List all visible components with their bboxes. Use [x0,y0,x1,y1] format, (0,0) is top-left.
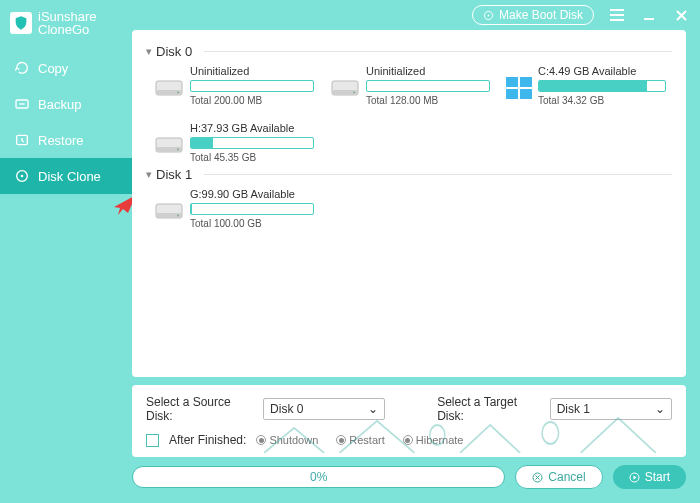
hdd-icon [154,200,184,222]
nav-copy[interactable]: Copy [0,50,132,86]
partition-item[interactable]: H:37.93 GB AvailableTotal 45.35 GB [154,122,314,163]
partition-label: Uninitialized [366,65,490,77]
make-boot-label: Make Boot Disk [499,8,583,22]
copy-icon [14,60,30,76]
partition-total: Total 34.32 GB [538,95,666,106]
partition-usage-bar [190,137,314,149]
decorative-footer [264,413,686,453]
partition-item[interactable]: UninitializedTotal 128.00 MB [330,65,490,106]
partition-total: Total 100.00 GB [190,218,314,229]
progress-value: 0% [310,470,327,484]
svg-point-18 [430,425,445,445]
hdd-icon [154,134,184,156]
cancel-icon [532,472,543,483]
partition-label: Uninitialized [190,65,314,77]
start-label: Start [645,470,670,484]
partition-label: G:99.90 GB Available [190,188,314,200]
svg-point-11 [353,92,355,94]
hdd-icon [330,77,360,99]
disk-header[interactable]: ▾Disk 0 [146,44,672,59]
disk-name: Disk 0 [156,44,192,59]
partition-usage-bar [538,80,666,92]
minimize-icon[interactable] [640,6,658,24]
after-finished-label: After Finished: [169,433,246,447]
nav-disk-clone[interactable]: Disk Clone [0,158,132,194]
partition-item[interactable]: UninitializedTotal 200.00 MB [154,65,314,106]
partition-label: C:4.49 GB Available [538,65,666,77]
partition-item[interactable]: G:99.90 GB AvailableTotal 100.00 GB [154,188,314,229]
disk-clone-icon [14,168,30,184]
close-icon[interactable] [672,6,690,24]
svg-point-8 [177,92,179,94]
hdd-icon [154,77,184,99]
nav-backup-label: Backup [38,97,81,112]
make-boot-disk-button[interactable]: Make Boot Disk [472,5,594,25]
partition-usage-bar [366,80,490,92]
partition-label: H:37.93 GB Available [190,122,314,134]
nav-restore-label: Restore [38,133,84,148]
nav-backup[interactable]: Backup [0,86,132,122]
windows-icon [506,77,532,99]
menu-icon[interactable] [608,6,626,24]
disks-panel: ▾Disk 0UninitializedTotal 200.00 MBUnini… [132,30,686,377]
partition-usage-bar [190,203,314,215]
cancel-label: Cancel [548,470,585,484]
nav-copy-label: Copy [38,61,68,76]
partition-total: Total 128.00 MB [366,95,490,106]
partition-usage-bar [190,80,314,92]
app-name-2: CloneGo [38,23,97,36]
partition-total: Total 45.35 GB [190,152,314,163]
play-icon [629,472,640,483]
nav-restore[interactable]: Restore [0,122,132,158]
chevron-down-icon: ▾ [146,45,152,58]
app-logo: iSunshare CloneGo [0,0,132,50]
after-finished-checkbox[interactable] [146,434,159,447]
restore-icon [14,132,30,148]
chevron-down-icon: ▾ [146,168,152,181]
svg-point-17 [177,215,179,217]
partition-total: Total 200.00 MB [190,95,314,106]
svg-point-14 [177,149,179,151]
disk-header[interactable]: ▾Disk 1 [146,167,672,182]
disc-icon [483,10,494,21]
progress-bar: 0% [132,466,505,488]
disk-name: Disk 1 [156,167,192,182]
svg-point-3 [21,175,24,178]
start-button[interactable]: Start [613,465,686,489]
svg-point-19 [542,422,559,444]
source-disk-label: Select a Source Disk: [146,395,253,423]
nav-disk-clone-label: Disk Clone [38,169,101,184]
partition-item[interactable]: C:4.49 GB AvailableTotal 34.32 GB [506,65,666,106]
backup-icon [14,96,30,112]
svg-point-5 [488,14,490,16]
cancel-button[interactable]: Cancel [515,465,602,489]
shield-icon [10,12,32,34]
